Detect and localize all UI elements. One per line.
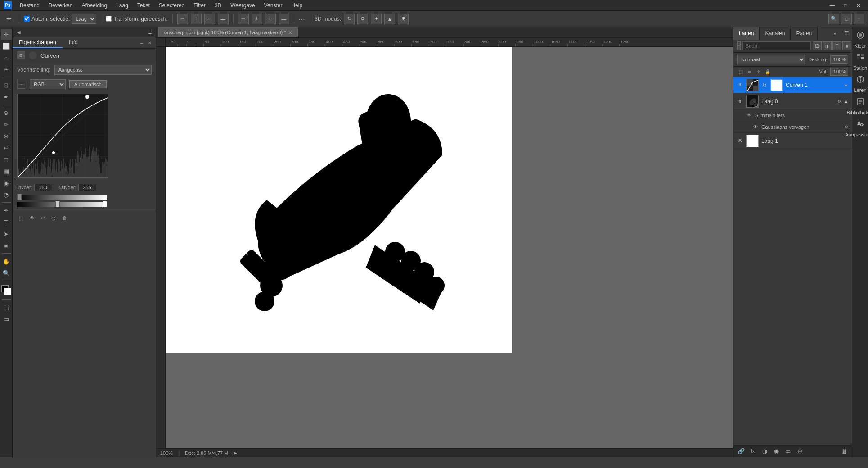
layer-laag0[interactable]: 👁 Laag 0 ⚙ ▲ bbox=[733, 93, 852, 109]
menu-filter[interactable]: Filter bbox=[190, 1, 209, 9]
menu-selecteren[interactable]: Selecteren bbox=[155, 1, 188, 9]
maximize-btn[interactable]: □ bbox=[841, 1, 851, 9]
add-mask-btn[interactable]: ◑ bbox=[760, 447, 769, 455]
layer-laag0-options[interactable]: ⚙ bbox=[837, 99, 841, 104]
3d-rotate-btn[interactable]: ↻ bbox=[344, 14, 355, 24]
distrib-right-btn[interactable]: ⊢ bbox=[265, 14, 276, 24]
lock-all-icon[interactable]: 🔒 bbox=[764, 68, 771, 75]
auto-select-checkbox[interactable]: Autom. selectie: Laag bbox=[24, 14, 96, 24]
black-point-handle[interactable] bbox=[17, 194, 22, 200]
filter-type-btn[interactable]: ≡ bbox=[737, 41, 741, 50]
layers-panel-menu-btn[interactable]: ☰ bbox=[841, 30, 852, 36]
crop-tool[interactable]: ⊡ bbox=[1, 80, 12, 91]
auto-select-input[interactable] bbox=[24, 16, 30, 22]
3d-slide-btn[interactable]: ▲ bbox=[384, 14, 395, 24]
menu-afbeelding[interactable]: Afbeelding bbox=[78, 1, 111, 9]
filter-adjustment-btn[interactable]: ◑ bbox=[823, 41, 832, 50]
layer-laag1-visibility[interactable]: 👁 bbox=[737, 138, 743, 144]
align-left-btn[interactable]: ⊣ bbox=[177, 14, 188, 24]
align-center-btn[interactable]: ⊥ bbox=[191, 14, 202, 24]
dodge-tool[interactable]: ◔ bbox=[1, 189, 12, 200]
tab-paden[interactable]: Paden bbox=[791, 27, 818, 40]
libraries-panel-icon[interactable] bbox=[854, 95, 867, 108]
curves-mask-icon[interactable]: ⬚ bbox=[17, 214, 25, 222]
lock-move-icon[interactable]: ✛ bbox=[755, 68, 762, 75]
gaussian-options-btn[interactable]: ⚙ bbox=[845, 125, 848, 129]
layers-expand-btn[interactable]: » bbox=[830, 31, 840, 36]
spot-heal-tool[interactable]: ⊕ bbox=[1, 107, 12, 118]
collapse-panel-btn[interactable]: ◀ bbox=[15, 28, 22, 36]
share-btn[interactable]: ↑ bbox=[854, 14, 864, 24]
lock-pixel-icon[interactable]: ✏ bbox=[746, 68, 753, 75]
black-point-slider[interactable] bbox=[17, 195, 107, 200]
tab-info[interactable]: Info bbox=[63, 37, 84, 48]
layer-link-icon[interactable]: ⛓ bbox=[761, 79, 767, 91]
eraser-tool[interactable]: ◻ bbox=[1, 154, 12, 165]
gaussian-visibility[interactable]: 👁 bbox=[752, 124, 759, 130]
gamma-handle[interactable] bbox=[55, 201, 60, 207]
document-tab-close[interactable]: ✕ bbox=[288, 30, 292, 35]
lasso-tool[interactable]: ⌓ bbox=[1, 52, 12, 63]
fill-input[interactable] bbox=[830, 68, 848, 76]
3d-roll-btn[interactable]: ✦ bbox=[371, 14, 382, 24]
layer-smart-filters[interactable]: 👁 Slimme filters bbox=[733, 109, 852, 121]
magic-wand-tool[interactable]: ✳ bbox=[1, 64, 12, 75]
swatches-panel-icon[interactable] bbox=[854, 51, 867, 64]
curves-delete-btn[interactable]: 🗑 bbox=[60, 214, 68, 222]
bibliotheken-label[interactable]: Bibliotheken bbox=[846, 109, 868, 117]
align-right-btn[interactable]: ⊢ bbox=[204, 14, 215, 24]
gamma-slider[interactable] bbox=[17, 202, 107, 207]
close-btn[interactable]: ✕ bbox=[853, 1, 864, 9]
panel-menu-btn[interactable]: ☰ bbox=[146, 28, 153, 36]
curves-tool-icon[interactable]: ⋯ bbox=[17, 80, 26, 89]
new-group-btn[interactable]: ▭ bbox=[784, 447, 792, 455]
zoom-tool[interactable]: 🔍 bbox=[1, 268, 12, 278]
new-layer-btn[interactable]: ⊕ bbox=[796, 447, 804, 455]
workspace-btn[interactable]: □ bbox=[841, 14, 852, 24]
adjustment-btn[interactable]: ◉ bbox=[772, 447, 780, 455]
marquee-tool[interactable]: ⬜ bbox=[1, 41, 12, 51]
opacity-input[interactable] bbox=[830, 55, 848, 64]
adjustments-panel-icon[interactable] bbox=[854, 118, 867, 130]
layer-curven1[interactable]: 👁 ⛓ Curven 1 ▲ bbox=[733, 77, 852, 93]
transform-checkbox[interactable]: Transform. gereedsch. bbox=[106, 16, 167, 22]
menu-tekst[interactable]: Tekst bbox=[134, 1, 153, 9]
layer-gaussian-blur[interactable]: 👁 Gaussiaans vervagen ⚙ bbox=[733, 121, 852, 133]
layer-curven1-mask[interactable] bbox=[770, 79, 783, 91]
white-point-handle[interactable] bbox=[103, 201, 107, 207]
background-color[interactable] bbox=[4, 288, 11, 295]
layer-curven1-visibility[interactable]: 👁 bbox=[737, 82, 743, 88]
gradient-tool[interactable]: ▦ bbox=[1, 166, 12, 177]
channel-dropdown[interactable]: RGB bbox=[30, 79, 66, 89]
layer-laag0-expand-btn[interactable]: ▲ bbox=[844, 99, 848, 104]
search-top-btn[interactable]: 🔍 bbox=[828, 14, 839, 24]
3d-pan-btn[interactable]: ⟳ bbox=[357, 14, 368, 24]
layer-laag1[interactable]: 👁 Laag 1 bbox=[733, 133, 852, 149]
layers-search-input[interactable] bbox=[742, 41, 811, 50]
document-canvas[interactable] bbox=[166, 47, 512, 353]
type-tool[interactable]: T bbox=[1, 217, 12, 227]
3d-scale-btn[interactable]: ⊞ bbox=[398, 14, 409, 24]
leren-label[interactable]: Leren bbox=[853, 86, 867, 94]
tab-lagen[interactable]: Lagen bbox=[733, 27, 760, 40]
menu-laag[interactable]: Laag bbox=[112, 1, 132, 9]
screen-mode-tool[interactable]: ▭ bbox=[1, 314, 12, 324]
preset-dropdown[interactable]: Aangepast bbox=[54, 65, 152, 75]
filter-shape-btn[interactable]: ■ bbox=[842, 41, 851, 50]
eyedropper-tool[interactable]: ✒ bbox=[1, 91, 12, 102]
color-panel-icon[interactable] bbox=[854, 29, 867, 41]
blur-tool[interactable]: ◉ bbox=[1, 177, 12, 188]
auto-button[interactable]: Automatisch bbox=[69, 80, 107, 88]
distrib-center-btn[interactable]: ⊥ bbox=[252, 14, 262, 24]
tab-kanalen[interactable]: Kanalen bbox=[760, 27, 791, 40]
more-options-btn[interactable]: ··· bbox=[299, 15, 306, 23]
curves-reset-btn[interactable]: ↩ bbox=[39, 214, 47, 222]
aanpassing-label[interactable]: Aanpassing... bbox=[844, 131, 868, 139]
curves-solo-btn[interactable]: ◎ bbox=[49, 214, 58, 222]
kleur-label[interactable]: Kleur bbox=[854, 42, 867, 50]
status-expand-btn[interactable]: ▶ bbox=[234, 450, 237, 455]
menu-bewerken[interactable]: Bewerken bbox=[45, 1, 76, 9]
menu-3d[interactable]: 3D bbox=[211, 1, 225, 9]
shape-tool[interactable]: ■ bbox=[1, 240, 12, 251]
main-canvas-content[interactable] bbox=[166, 47, 733, 457]
